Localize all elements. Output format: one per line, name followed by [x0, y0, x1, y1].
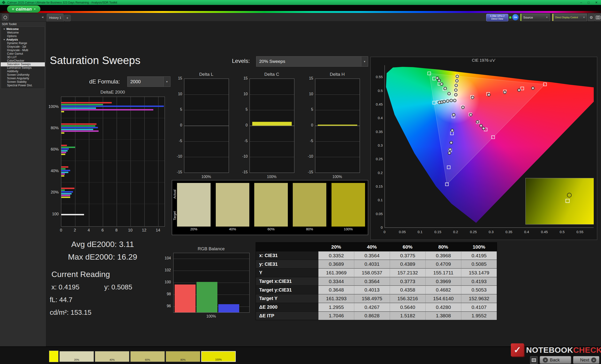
history-thumbnail-40%[interactable]: 40% [95, 351, 129, 362]
axis-tick-label: 0.15 [369, 184, 383, 188]
axis-tick-label: 0.55 [574, 230, 586, 234]
sidebar-item-spectral-power-dist[interactable]: Spectral Power Dist. [1, 84, 45, 87]
cie-measured-marker-red [531, 87, 534, 90]
tree-item-label: Screen Stability [7, 80, 27, 84]
table-cell: 153.1479 [461, 268, 497, 277]
cie-inset-measured-marker [567, 193, 572, 198]
axis-tick-label: 0.25 [467, 230, 479, 234]
sidebar-item-additivity[interactable]: Additivity [1, 70, 45, 73]
table-column-header: 20% [318, 242, 354, 251]
gridline [184, 95, 229, 95]
tab-history-1[interactable]: History 1 [47, 14, 64, 22]
axis-tick-label: 60% [40, 147, 59, 152]
maximize-button[interactable]: □ [588, 1, 590, 4]
de-bar-cyan [61, 129, 93, 130]
table-column-header: 100% [461, 242, 497, 251]
sidebar-item-3d-lut[interactable]: 3D LUT [1, 56, 45, 59]
cie-measured-marker-blue [450, 141, 453, 144]
de-formula-value: 2000 [128, 79, 141, 85]
sidebar-item-welcome[interactable]: Welcome [1, 31, 45, 35]
axis-tick-label: 0.4 [369, 116, 383, 120]
layout-button[interactable] [530, 356, 538, 364]
tree-item-label: Saturation Sweeps [7, 63, 31, 66]
table-row-label: Target y:CIE31 [256, 286, 318, 294]
patch-swatch-100% [331, 183, 365, 227]
history-thumbnail-80%[interactable]: 80% [166, 351, 200, 362]
display-control-select[interactable]: Direct Display Control ▼ [552, 14, 587, 21]
table-cell: 0.3969 [425, 277, 461, 286]
table-cell: 0.4107 [461, 303, 497, 311]
axis-tick-label: 80% [40, 126, 59, 130]
table-row-label: Target Y [256, 294, 318, 303]
gridline [61, 182, 165, 182]
screenshot-button[interactable] [595, 14, 601, 21]
meter-button[interactable]: X-Rite i1Pro 2 Direct View [486, 14, 508, 21]
axis-tick-label: 100 [156, 280, 171, 284]
table-row-label: Target x:CIE31 [256, 277, 318, 286]
history-thumbnail-60%[interactable]: 60% [130, 351, 165, 362]
sidebar-item-dynamic-range[interactable]: Dynamic Range [1, 41, 45, 45]
thumbnail-label: 100% [202, 358, 235, 361]
panel-toggle-button[interactable] [2, 14, 9, 21]
current-fl-value: fL: 44.7 [50, 296, 72, 304]
settings-button[interactable]: ⚙ [588, 14, 595, 21]
gridline [184, 110, 229, 110]
calman-menu-button[interactable]: ✳ calman ▼ [7, 5, 40, 13]
delta-l-title: Delta L [184, 72, 229, 77]
gridline [117, 97, 117, 226]
add-tab-button[interactable]: + [64, 15, 71, 21]
delta-l-xlabel: 100% [184, 175, 229, 179]
sidebar-item-grayscale-multi[interactable]: Grayscale - Multi [1, 48, 45, 52]
sidebar-item-screen-angularity[interactable]: Screen Angularity [1, 77, 45, 80]
source-select[interactable]: Source ▼ [520, 14, 550, 21]
rgb-balance-plot [173, 253, 250, 313]
sidebar-item-analysis[interactable]: Analysis [1, 38, 45, 41]
tree-expander-icon [3, 29, 5, 30]
de-bar-green [61, 147, 75, 148]
window-title: Calman 2025 Calman Ultimate for Business… [7, 1, 117, 4]
sidebar-item-welcome[interactable]: Welcome [1, 28, 45, 31]
levels-select[interactable]: 20% Sweeps ▼ [256, 56, 368, 67]
de-formula-select[interactable]: 2000 ▼ [127, 77, 170, 87]
axis-tick-label: 4 [84, 228, 93, 233]
sidebar-item-saturation-sweeps[interactable]: Saturation Sweeps [1, 63, 45, 66]
patch-label: 100% [331, 227, 365, 231]
sidebar-item-options[interactable]: Options [1, 35, 45, 38]
axis-tick-label: -10 [235, 154, 248, 159]
table-cell: 0.4193 [461, 277, 497, 286]
sidebar-item-color-gamut[interactable]: Color Gamut [1, 52, 45, 56]
minimize-button[interactable]: – [580, 1, 582, 4]
history-thumbnail-100%[interactable]: 100% [201, 351, 236, 362]
axis-tick-label: 0 [369, 225, 383, 229]
history-thumbnail-20%[interactable]: 20% [60, 351, 94, 362]
sidebar-collapse-button[interactable]: ◄ [40, 15, 45, 20]
table-cell: 158.4975 [354, 294, 390, 303]
table-column-header: 40% [354, 242, 390, 251]
delta-c-xlabel: 100% [250, 175, 294, 179]
current-x-value: x: 0.4195 [51, 283, 79, 291]
sidebar-item-grayscale-2pt[interactable]: Grayscale - 2pt [1, 45, 45, 48]
sidebar-item-screen-uniformity[interactable]: Screen Uniformity [1, 73, 45, 77]
next-button[interactable]: Next » [573, 356, 599, 364]
back-button[interactable]: « Back [540, 356, 571, 364]
cie-measured-marker-yellow [456, 75, 459, 78]
sidebar-item-luminance-sweeps[interactable]: Luminance Sweeps [1, 66, 45, 70]
app-icon [2, 1, 6, 4]
axis-tick-label: 5 [300, 107, 313, 112]
de-bar-blue [61, 105, 164, 107]
rgb-balance-xlabel: 100% [173, 314, 249, 318]
cie-measured-marker-red [471, 96, 474, 99]
cie-measured-marker-yellow [455, 84, 458, 87]
axis-tick-label: 10 [235, 92, 248, 96]
cie-measured-marker-cyan [446, 100, 449, 103]
cie-measured-marker-yellow [455, 79, 458, 82]
cie-measured-marker-red [503, 91, 506, 94]
sidebar-item-screen-stability[interactable]: Screen Stability [1, 80, 45, 84]
close-button[interactable]: ✕ [595, 1, 598, 4]
delta-c-plot [250, 78, 294, 173]
sidebar: SDR Toolkit WelcomeWelcomeOptionsAnalysi… [0, 22, 46, 346]
levels-value: 20% Sweeps [256, 59, 285, 64]
sidebar-item-colorchecker[interactable]: ColorChecker [1, 59, 45, 63]
de-bar-red [61, 188, 74, 189]
window-controls: – □ ✕ [580, 0, 598, 5]
